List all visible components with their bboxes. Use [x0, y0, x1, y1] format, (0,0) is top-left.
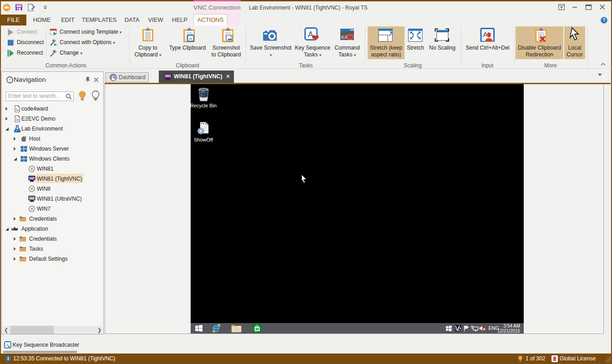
svg-text:?: ?: [602, 17, 605, 23]
svg-text:A: A: [189, 36, 192, 41]
svg-text:C:\: C:\: [341, 35, 347, 40]
